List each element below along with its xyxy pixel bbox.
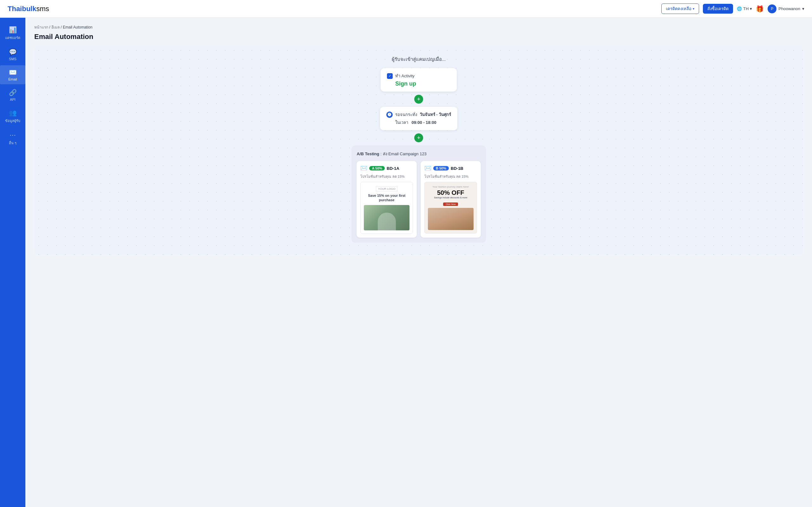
wait-days: วันจันทร์ - วันศุกร์ xyxy=(420,111,451,118)
badge-a: A 50% xyxy=(369,166,385,170)
gift-icon[interactable]: 🎁 xyxy=(756,5,764,13)
email-preview-b: Your fashion journey starts here! 50% OF… xyxy=(424,182,477,233)
email-b-icon: ✉️ xyxy=(424,165,432,172)
sidebar: 📊 แดชบอร์ด 💬 SMS ✉️ Email 🔗 API 👥 ข้อมูล… xyxy=(0,18,26,507)
api-icon: 🔗 xyxy=(9,89,17,96)
wait-prefix: รอจนกระทั่ง xyxy=(395,111,417,118)
sidebar-item-label: SMS xyxy=(9,57,16,61)
buy-credit-button[interactable]: สั่งซื้อเครดิต xyxy=(703,4,733,14)
main-content: หน้าแรก / อีเมล / Email Automation Email… xyxy=(26,18,812,507)
ab-card-b-header: ✉️ B 50% BD-1B xyxy=(424,165,477,172)
wait-node[interactable]: 🕐 รอจนกระทั่ง วันจันทร์ - วันศุกร์ ในเวล… xyxy=(380,107,458,130)
user-chevron-icon: ▾ xyxy=(802,6,804,11)
page-title: Email Automation xyxy=(34,33,803,41)
lang-chevron-icon: ▾ xyxy=(750,6,752,11)
sidebar-item-api[interactable]: 🔗 API xyxy=(0,86,26,105)
automation-canvas: ผู้รับจะเข้าสู่แคมเปญเมื่อ... ✓ ทำ Activ… xyxy=(34,46,803,255)
breadcrumb-home[interactable]: หน้าแรก xyxy=(34,25,48,30)
check-icon: ✓ xyxy=(387,73,393,79)
badge-b: B 50% xyxy=(433,166,449,170)
lang-label: TH xyxy=(743,6,749,11)
add-step-button-2[interactable]: + xyxy=(414,133,423,142)
breadcrumb-current: Email Automation xyxy=(63,25,92,30)
preview-btn-b: Click Now xyxy=(443,203,458,206)
sidebar-item-label: Email xyxy=(8,77,17,81)
sidebar-item-dashboard[interactable]: 📊 แดชบอร์ด xyxy=(0,23,26,44)
upgrade-button[interactable]: เครดิตคงเหลือ ▾ xyxy=(661,3,699,14)
ab-card-b-name: BD-1B xyxy=(451,166,463,171)
upgrade-label: เครดิตคงเหลือ xyxy=(666,5,692,12)
ab-label-bold: A/B Testing xyxy=(357,152,379,156)
activity-node[interactable]: ✓ ทำ Activity Sign up xyxy=(380,68,457,92)
ab-card-a-name: BD-1A xyxy=(387,166,399,171)
layout: 📊 แดชบอร์ด 💬 SMS ✉️ Email 🔗 API 👥 ข้อมูล… xyxy=(0,18,812,507)
ab-variants: ✉️ A 50% BD-1A โปรโมชั่นสำหรับคุณ ลด 15%… xyxy=(357,161,480,238)
sidebar-item-label: อื่น ๆ xyxy=(9,140,16,146)
wait-row: 🕐 รอจนกระทั่ง วันจันทร์ - วันศุกร์ xyxy=(386,111,451,118)
ab-card-a-header: ✉️ A 50% BD-1A xyxy=(360,165,413,172)
wait-time-label: ในเวลา xyxy=(395,120,408,125)
ab-label-rest: : ส่ง Email Campaign 123 xyxy=(380,152,426,156)
breadcrumb-section[interactable]: อีเมล xyxy=(51,25,60,30)
ab-header: A/B Testing : ส่ง Email Campaign 123 xyxy=(357,151,480,157)
add-step-button-1[interactable]: + xyxy=(414,95,423,104)
wait-time-row: ในเวลา 09:00 - 18:00 xyxy=(395,119,451,126)
preview-headline-a: Save 15% on your first purchase xyxy=(364,193,409,203)
lang-switcher[interactable]: 🌐 TH ▾ xyxy=(737,6,752,11)
email-icon: ✉️ xyxy=(9,68,17,76)
activity-prefix: ทำ Activity xyxy=(395,72,415,79)
email-a-icon: ✉️ xyxy=(360,165,367,172)
sms-icon: 💬 xyxy=(9,48,17,56)
dashboard-icon: 📊 xyxy=(9,26,17,34)
breadcrumb: หน้าแรก / อีเมล / Email Automation xyxy=(34,24,803,30)
buy-label: สั่งซื้อเครดิต xyxy=(707,6,728,11)
email-preview-a: YOUR LOGO Save 15% on your first purchas… xyxy=(360,182,413,234)
more-icon: ⋯ xyxy=(9,131,16,139)
activity-action: Sign up xyxy=(395,80,416,87)
sidebar-item-email[interactable]: ✉️ Email xyxy=(0,65,26,84)
trigger-label: ผู้รับจะเข้าสู่แคมเปญเมื่อ... xyxy=(392,55,446,63)
sidebar-item-contacts[interactable]: 👥 ข้อมูลผู้รับ xyxy=(0,106,26,127)
contacts-icon: 👥 xyxy=(9,109,17,117)
preview-model-b xyxy=(428,208,473,230)
logo: Thaibulksms xyxy=(8,5,49,13)
clock-icon: 🕐 xyxy=(386,112,393,118)
user-menu[interactable]: P Phoowanon ▾ xyxy=(768,4,804,13)
wait-time-range: 09:00 - 18:00 xyxy=(412,120,437,125)
nav-actions: เครดิตคงเหลือ ▾ สั่งซื้อเครดิต 🌐 TH ▾ 🎁 … xyxy=(661,3,804,14)
sidebar-item-sms[interactable]: 💬 SMS xyxy=(0,45,26,64)
preview-sub-b: Savings include discounts & more xyxy=(428,196,473,199)
globe-icon: 🌐 xyxy=(737,6,742,11)
preview-big-b: 50% OFF xyxy=(428,189,473,196)
preview-logo: YOUR LOGO xyxy=(376,186,398,191)
ab-testing-block: A/B Testing : ส่ง Email Campaign 123 ✉️ … xyxy=(351,146,486,243)
sidebar-item-more[interactable]: ⋯ อื่น ๆ xyxy=(0,128,26,149)
ab-variant-a[interactable]: ✉️ A 50% BD-1A โปรโมชั่นสำหรับคุณ ลด 15%… xyxy=(357,161,417,238)
username-label: Phoowanon xyxy=(778,6,800,11)
sidebar-item-label: ข้อมูลผู้รับ xyxy=(5,118,20,124)
sidebar-item-label: แดชบอร์ด xyxy=(5,35,20,41)
ab-card-a-desc: โปรโมชั่นสำหรับคุณ ลด 15% xyxy=(360,174,413,179)
ab-card-b-desc: โปรโมชั่นสำหรับคุณ ลด 15% xyxy=(424,174,477,179)
node-header: ✓ ทำ Activity xyxy=(387,72,415,79)
topnav: Thaibulksms เครดิตคงเหลือ ▾ สั่งซื้อเครด… xyxy=(0,0,812,18)
chevron-down-icon: ▾ xyxy=(693,7,694,10)
avatar: P xyxy=(768,4,776,13)
ab-variant-b[interactable]: ✉️ B 50% BD-1B โปรโมชั่นสำหรับคุณ ลด 15%… xyxy=(420,161,481,238)
preview-image-a xyxy=(364,205,409,230)
preview-top-text-b: Your fashion journey starts here! xyxy=(428,185,473,188)
sidebar-item-label: API xyxy=(10,98,15,101)
